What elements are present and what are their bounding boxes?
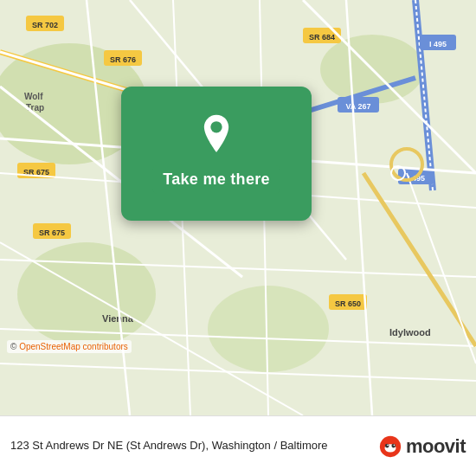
- moovit-label: moovit: [406, 435, 466, 458]
- map-container[interactable]: SR 676 SR 684 I 495 VA 267 I 495 SR 702 …: [0, 0, 476, 415]
- osm-link[interactable]: OpenStreetMap contributors: [19, 342, 128, 351]
- copyright-text: ©: [10, 342, 16, 351]
- svg-point-29: [210, 121, 222, 132]
- svg-point-34: [387, 444, 389, 446]
- location-pin-icon: [195, 113, 238, 157]
- svg-point-35: [394, 444, 396, 446]
- address-text: 123 St Andrews Dr NE (St Andrews Dr), Wa…: [10, 438, 328, 453]
- moovit-logo: moovit: [378, 434, 466, 459]
- svg-point-32: [385, 443, 389, 447]
- svg-point-33: [391, 443, 396, 447]
- address-section: 123 St Andrews Dr NE (St Andrews Dr), Wa…: [10, 438, 328, 453]
- svg-text:Idylwood: Idylwood: [389, 327, 431, 338]
- svg-text:VA 267: VA 267: [345, 102, 370, 111]
- card-overlay[interactable]: Take me there: [121, 87, 312, 221]
- svg-point-4: [208, 286, 329, 372]
- svg-text:SR 676: SR 676: [110, 55, 136, 64]
- bottom-bar: 123 St Andrews Dr NE (St Andrews Dr), Wa…: [0, 415, 476, 476]
- svg-text:I 495: I 495: [429, 40, 447, 48]
- svg-text:SR 702: SR 702: [32, 21, 58, 29]
- svg-text:Wolf: Wolf: [24, 92, 43, 101]
- moovit-mascot-icon: [378, 434, 402, 459]
- take-me-there-button[interactable]: Take me there: [152, 165, 280, 194]
- svg-text:SR 684: SR 684: [309, 33, 335, 42]
- svg-text:SR 675: SR 675: [39, 228, 65, 237]
- copyright-notice: © OpenStreetMap contributors: [7, 340, 132, 353]
- svg-text:SR 650: SR 650: [335, 299, 361, 308]
- svg-text:Vienna: Vienna: [102, 313, 134, 324]
